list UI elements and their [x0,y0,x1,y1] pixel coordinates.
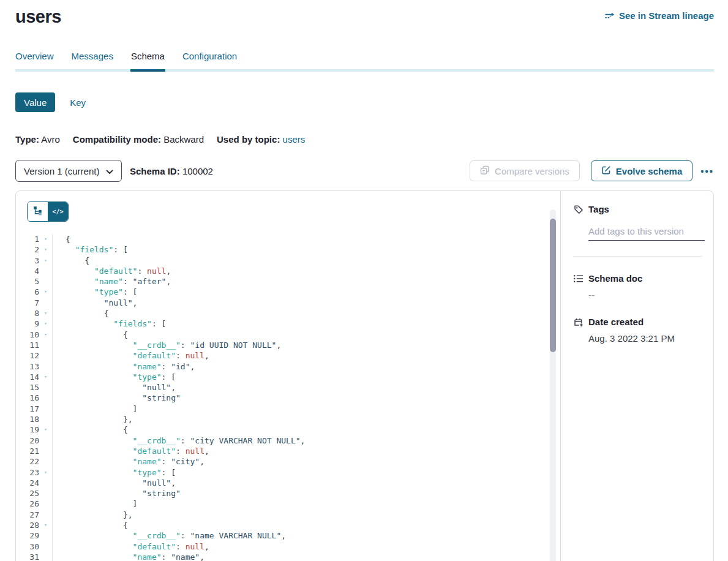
code-line: 9▾ "fields": [ [16,318,560,329]
code-text: { [52,255,89,266]
code-line: 21 "default": null, [16,446,560,456]
fold-toggle-icon[interactable]: ▾ [39,329,52,340]
line-number: 10 [16,329,39,340]
editor-scrollbar-thumb[interactable] [550,219,556,352]
tree-view-button[interactable] [28,202,48,221]
key-toggle-button[interactable]: Key [70,92,86,112]
code-text: "type": [ [52,372,176,382]
code-line: 26 ] [16,499,560,509]
schema-doc-section: Schema doc -- [573,273,702,300]
schema-doc-value: -- [588,290,702,300]
code-text: "default": null, [52,446,209,456]
code-text: { [52,308,108,318]
code-text: "string" [52,488,181,499]
code-line: 30 "default": null, [16,541,560,552]
code-line: 27 }, [16,510,560,520]
line-number: 28 [16,520,39,530]
compare-icon [480,165,490,177]
edit-icon [601,165,611,177]
code-text: "default": null, [52,350,209,361]
code-text: ] [52,499,137,509]
add-tags-input[interactable] [588,226,705,241]
code-line: 11 "__crdb__": "id UUID NOT NULL", [16,340,560,350]
code-line: 10▾ { [16,329,560,340]
code-text: { [52,424,128,435]
code-text: { [52,520,128,530]
code-text: }, [52,510,133,520]
tab-configuration[interactable]: Configuration [182,51,237,69]
schema-id-label: Schema ID: [130,166,180,176]
line-number: 18 [16,414,39,424]
more-actions-button[interactable]: ••• [700,166,714,176]
code-text: "string" [52,393,181,403]
tags-heading-row: Tags [573,204,702,214]
value-toggle-button[interactable]: Value [15,92,55,112]
date-created-heading-row: Date created [573,317,702,327]
value-key-toggle: Value Key [15,92,714,112]
fold-toggle-icon[interactable]: ▾ [39,424,52,435]
fold-toggle-icon[interactable]: ▾ [39,287,52,297]
code-text: "name": "city", [52,456,205,467]
fold-toggle-icon[interactable]: ▾ [39,308,52,318]
chevron-down-icon [106,166,113,176]
code-line: 16 "string" [16,393,560,403]
schema-id: Schema ID: 100002 [130,166,213,176]
compare-versions-label: Compare versions [495,166,569,176]
schema-doc-heading-row: Schema doc [573,273,702,284]
line-number: 5 [16,276,39,287]
code-line: 20 "__crdb__": "city VARCHAR NOT NULL", [16,435,560,446]
tab-messages[interactable]: Messages [72,51,113,69]
code-text: "name": "id", [52,361,195,372]
code-line: 6▾ "type": [ [16,287,560,297]
code-text: "name": "name", [52,552,205,561]
code-line: 22 "name": "city", [16,456,560,467]
code-line: 17 ] [16,404,560,414]
code-text: { [52,329,128,340]
version-actions: Compare versions Evolve schema ••• [470,160,714,181]
line-number: 1 [16,234,39,244]
type-value: Avro [41,134,60,145]
version-select[interactable]: Version 1 (current) [15,160,122,182]
code-line: 13 "name": "id", [16,361,560,372]
fold-toggle-icon[interactable]: ▾ [39,255,52,266]
tab-schema[interactable]: Schema [131,51,165,69]
lineage-link-label: See in Stream lineage [619,10,714,21]
code-view-icon: </> [52,208,63,215]
editor-view-toggle: </> [27,201,69,222]
code-line: 14▾ "type": [ [16,372,560,382]
code-line: 28▾ { [16,520,560,530]
code-text: "default": null, [52,266,171,276]
code-line: 31 "name": "name", [16,552,560,561]
evolve-schema-button[interactable]: Evolve schema [591,160,692,181]
code-view-button[interactable]: </> [48,202,68,221]
code-text: "fields": [ [52,318,166,329]
code-line: 19▾ { [16,424,560,435]
line-number: 22 [16,456,39,467]
code-line: 7 "null", [16,298,560,308]
line-number: 20 [16,435,39,446]
fold-toggle-icon[interactable]: ▾ [39,244,52,255]
page-title: users [15,6,61,27]
editor-scrollbar-track[interactable] [550,209,556,561]
see-in-stream-lineage-link[interactable]: See in Stream lineage [604,10,714,21]
fold-toggle-icon[interactable]: ▾ [39,520,52,530]
code-text: { [52,234,70,244]
line-number: 15 [16,382,39,393]
used-by-topic: Used by topic: users [217,134,305,145]
line-number: 30 [16,541,39,552]
code-line: 29 "__crdb__": "name VARCHAR NULL", [16,530,560,541]
fold-toggle-icon[interactable]: ▾ [39,372,52,382]
fold-toggle-icon[interactable]: ▾ [39,234,52,244]
fold-toggle-icon[interactable]: ▾ [39,318,52,329]
tab-overview[interactable]: Overview [15,51,54,69]
code-line: 2▾ "fields": [ [16,244,560,255]
schema-page: users See in Stream lineage Overview Mes… [0,0,728,561]
code-text: "__crdb__": "city VARCHAR NOT NULL", [52,435,305,446]
line-number: 13 [16,361,39,372]
code-line: 12 "default": null, [16,350,560,361]
list-icon [573,274,584,284]
compare-versions-button[interactable]: Compare versions [470,160,580,181]
topic-link[interactable]: users [283,134,306,145]
fold-toggle-icon[interactable]: ▾ [39,467,52,478]
code-text: "default": null, [52,541,209,552]
